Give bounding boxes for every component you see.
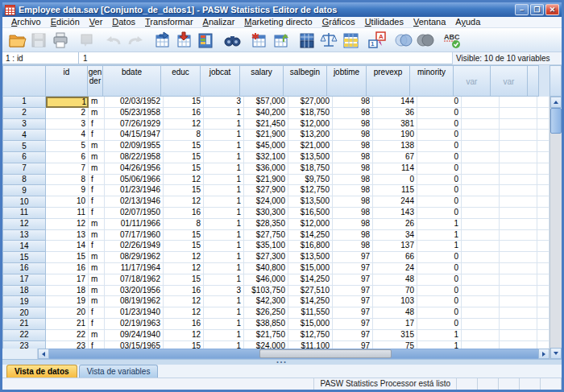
cell[interactable]: 15 [164, 97, 204, 108]
cell[interactable]: 98 [333, 219, 373, 230]
open-file-icon[interactable] [6, 29, 27, 51]
maximize-button[interactable]: ❐ [530, 4, 544, 15]
cell[interactable]: m [89, 97, 105, 108]
cell[interactable]: 12 [164, 196, 204, 208]
row-header[interactable]: 3 [2, 119, 46, 130]
cell[interactable]: 0 [417, 274, 462, 286]
cell[interactable]: m [89, 152, 105, 163]
cell[interactable]: $57,000 [244, 97, 288, 108]
cell[interactable]: 98 [333, 97, 373, 108]
cell[interactable] [462, 141, 500, 152]
cell[interactable]: 0 [417, 252, 462, 263]
row-header[interactable]: 13 [2, 230, 46, 241]
cell[interactable]: 67 [373, 152, 417, 163]
cell[interactable]: $12,000 [288, 119, 333, 130]
goto-case-icon[interactable] [151, 29, 172, 51]
cell[interactable]: 12 [164, 263, 204, 274]
cell[interactable]: f [89, 175, 105, 186]
cell[interactable]: 98 [333, 163, 373, 175]
title-bar[interactable]: Employee data.sav [Conjunto_de_datos1] -… [2, 2, 562, 17]
cell[interactable]: 09/24/1940 [105, 330, 164, 341]
cell[interactable]: 1 [204, 175, 244, 186]
cell[interactable]: 1 [204, 241, 244, 252]
vertical-scrollbar[interactable] [549, 97, 562, 359]
cell[interactable]: f [89, 208, 105, 219]
cell[interactable]: 08/22/1958 [105, 152, 164, 163]
cell[interactable]: 1 [204, 341, 244, 349]
cell[interactable]: 07/26/1929 [105, 119, 164, 130]
cell[interactable]: 1 [204, 152, 244, 163]
cell[interactable]: 01/23/1940 [105, 307, 164, 319]
cell[interactable]: 21 [46, 319, 89, 330]
cell[interactable]: 1 [204, 219, 244, 230]
cell[interactable]: $18,750 [288, 108, 333, 119]
cell[interactable]: 97 [333, 307, 373, 319]
cell[interactable] [462, 219, 500, 230]
cell[interactable]: 20 [46, 307, 89, 319]
print-icon[interactable] [49, 29, 71, 51]
cell[interactable]: 3 [46, 119, 89, 130]
cell[interactable]: 02/03/1952 [105, 97, 164, 108]
cell[interactable]: m [89, 219, 105, 230]
row-header[interactable]: 5 [2, 141, 46, 152]
cell[interactable]: $13,500 [288, 252, 333, 263]
cell[interactable]: 15 [164, 341, 204, 349]
cell[interactable]: $26,250 [244, 307, 288, 319]
cell[interactable]: 17 [373, 319, 417, 330]
cell[interactable]: f [89, 319, 105, 330]
cell[interactable]: $45,000 [244, 141, 288, 152]
column-header-minority[interactable]: minority [409, 65, 454, 97]
row-header[interactable]: 2 [2, 108, 46, 119]
cell[interactable]: 98 [333, 175, 373, 186]
cell[interactable]: 1 [204, 119, 244, 130]
row-header[interactable]: 22 [2, 330, 46, 341]
menu-archivo[interactable]: Archivo [6, 17, 46, 27]
cell[interactable]: 0 [417, 307, 462, 319]
cell[interactable]: $27,510 [288, 286, 333, 297]
cell[interactable]: $28,350 [244, 219, 288, 230]
cell[interactable] [462, 286, 500, 297]
cell[interactable] [500, 241, 537, 252]
value-labels-icon[interactable]: A1 [366, 29, 388, 51]
cell[interactable]: $40,800 [244, 263, 288, 274]
hscroll-thumb[interactable] [259, 349, 392, 358]
cell-editor-field[interactable]: 1 [79, 52, 452, 64]
cell[interactable]: 115 [373, 185, 417, 196]
cell[interactable]: 3 [204, 97, 244, 108]
cell[interactable]: 15 [46, 252, 89, 263]
cell[interactable]: 143 [373, 208, 417, 219]
tab-variable-view[interactable]: Vista de variables [79, 365, 159, 378]
cell[interactable]: 14 [46, 241, 89, 252]
column-header-var[interactable]: var [453, 65, 491, 97]
variables-icon[interactable] [194, 29, 216, 51]
cell[interactable]: $27,300 [244, 252, 288, 263]
cell[interactable]: m [89, 108, 105, 119]
save-icon[interactable] [27, 29, 49, 51]
cell[interactable]: 0 [417, 152, 462, 163]
cell[interactable]: 15 [164, 141, 204, 152]
cell[interactable]: m [89, 286, 105, 297]
cell[interactable]: 3 [204, 286, 244, 297]
cell[interactable] [500, 274, 537, 286]
cell[interactable] [462, 119, 500, 130]
cell[interactable]: f [89, 241, 105, 252]
row-header[interactable]: 1 [2, 97, 46, 108]
column-header-gender[interactable]: gender [87, 65, 103, 97]
cell[interactable]: 97 [333, 330, 373, 341]
cell[interactable]: $21,750 [244, 330, 288, 341]
row-header[interactable]: 15 [2, 252, 46, 263]
cell[interactable]: 02/26/1949 [105, 241, 164, 252]
cell[interactable]: 12 [164, 252, 204, 263]
cell[interactable]: $13,500 [288, 152, 333, 163]
cell[interactable]: 97 [333, 286, 373, 297]
cell[interactable] [500, 319, 537, 330]
cell[interactable]: 0 [417, 319, 462, 330]
cell[interactable]: $42,300 [244, 296, 288, 307]
cell[interactable]: 05/23/1958 [105, 108, 164, 119]
cell[interactable]: m [89, 274, 105, 286]
cell[interactable]: $11,550 [288, 307, 333, 319]
cell[interactable]: 11/17/1964 [105, 263, 164, 274]
cell[interactable]: 23 [46, 341, 89, 349]
split-file-icon[interactable] [296, 29, 317, 51]
row-header[interactable]: 17 [2, 274, 46, 286]
